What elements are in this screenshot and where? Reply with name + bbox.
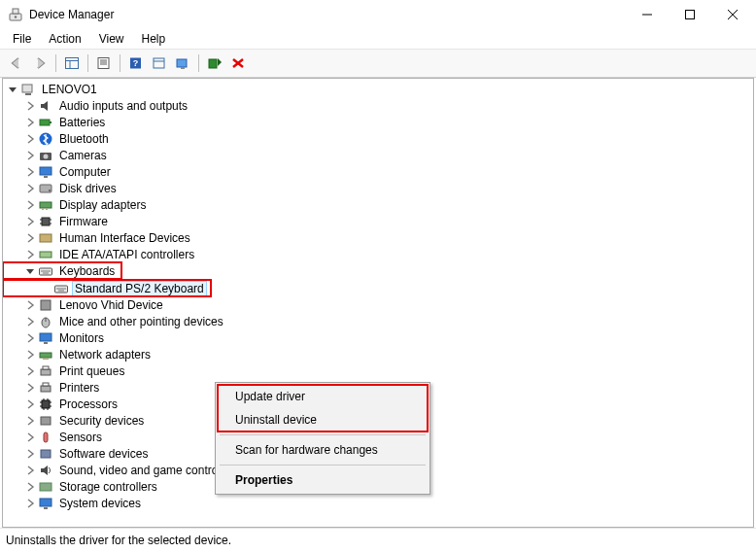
- uninstall-button-toolbar[interactable]: [227, 52, 249, 74]
- chevron-right-icon[interactable]: [24, 481, 36, 493]
- show-hide-tree-button[interactable]: [61, 52, 83, 74]
- chevron-right-icon[interactable]: [24, 249, 36, 260]
- menu-action[interactable]: Action: [42, 30, 87, 48]
- category-display[interactable]: Display adapters: [3, 196, 753, 213]
- close-button[interactable]: [711, 0, 754, 29]
- chevron-right-icon[interactable]: [24, 349, 36, 361]
- help-button[interactable]: ?: [125, 52, 147, 74]
- chevron-down-icon[interactable]: [7, 84, 18, 95]
- category-label: Print queues: [57, 364, 126, 378]
- chevron-right-icon[interactable]: [24, 415, 36, 427]
- system-icon: [38, 496, 53, 511]
- category-monitors[interactable]: Monitors: [3, 329, 753, 346]
- chevron-right-icon[interactable]: [24, 232, 36, 244]
- titlebar: Device Manager: [0, 0, 756, 29]
- svg-point-2: [15, 16, 17, 17]
- category-system[interactable]: System devices: [3, 495, 753, 511]
- ctx-properties[interactable]: Properties: [218, 468, 428, 492]
- category-ide[interactable]: IDE ATA/ATAPI controllers: [3, 246, 753, 262]
- svg-rect-19: [181, 67, 185, 69]
- category-bluetooth[interactable]: Bluetooth: [3, 130, 753, 147]
- tree-root[interactable]: LENOVO1: [3, 81, 753, 97]
- menu-file[interactable]: File: [6, 30, 38, 48]
- monitor-icon: [38, 330, 53, 346]
- scan-hardware-button[interactable]: [172, 52, 193, 74]
- chevron-right-icon[interactable]: [24, 382, 36, 394]
- chevron-right-icon[interactable]: [24, 166, 36, 178]
- chevron-right-icon[interactable]: [24, 150, 36, 161]
- category-label: Software devices: [57, 447, 150, 461]
- category-label: Cameras: [57, 149, 109, 162]
- chevron-right-icon[interactable]: [24, 316, 36, 328]
- category-printqueues[interactable]: Print queues: [3, 362, 753, 379]
- chevron-right-icon[interactable]: [24, 133, 36, 145]
- category-label: Monitors: [57, 331, 106, 345]
- chevron-right-icon[interactable]: [24, 299, 36, 311]
- svg-rect-23: [22, 85, 32, 92]
- chevron-right-icon[interactable]: [24, 183, 36, 194]
- ctx-update-driver[interactable]: Update driver: [218, 385, 428, 408]
- menu-view[interactable]: View: [92, 30, 131, 48]
- chevron-right-icon[interactable]: [24, 448, 36, 460]
- ide-icon: [38, 247, 53, 262]
- svg-rect-37: [42, 218, 50, 225]
- category-label: Disk drives: [57, 182, 119, 195]
- camera-icon: [38, 148, 53, 163]
- keyboard-icon: [38, 263, 53, 279]
- svg-rect-74: [40, 499, 52, 506]
- mouse-icon: [38, 314, 53, 329]
- svg-rect-54: [44, 342, 48, 344]
- category-keyboards[interactable]: Keyboards: [3, 262, 121, 279]
- chevron-down-icon[interactable]: [24, 265, 36, 277]
- chevron-right-icon[interactable]: [24, 117, 36, 128]
- action-toolbar-button-1[interactable]: [149, 52, 170, 74]
- svg-rect-72: [41, 450, 51, 458]
- svg-rect-4: [686, 11, 695, 19]
- minimize-button[interactable]: [626, 0, 669, 29]
- add-legacy-button[interactable]: [204, 52, 225, 74]
- ctx-uninstall-device[interactable]: Uninstall device: [218, 408, 428, 431]
- properties-button[interactable]: [93, 52, 115, 74]
- svg-rect-10: [98, 58, 109, 69]
- printer-icon: [38, 363, 53, 379]
- category-label: Network adapters: [57, 348, 153, 362]
- svg-rect-16: [154, 58, 164, 68]
- category-batteries[interactable]: Batteries: [3, 114, 753, 130]
- chevron-right-icon[interactable]: [24, 431, 36, 443]
- category-label: Audio inputs and outputs: [57, 99, 189, 113]
- category-label: Computer: [57, 165, 113, 179]
- device-standard-ps2-keyboard[interactable]: Standard PS/2 Keyboard: [3, 280, 211, 296]
- menu-help[interactable]: Help: [135, 30, 173, 48]
- maximize-button[interactable]: [669, 0, 711, 29]
- chevron-right-icon[interactable]: [24, 100, 36, 112]
- chevron-right-icon[interactable]: [24, 365, 36, 377]
- svg-rect-60: [43, 383, 49, 386]
- category-lenovo-vhid[interactable]: Lenovo Vhid Device: [3, 296, 753, 313]
- category-label: Storage controllers: [57, 480, 159, 494]
- chevron-right-icon[interactable]: [24, 498, 36, 509]
- chevron-right-icon[interactable]: [24, 199, 36, 211]
- chevron-right-icon[interactable]: [24, 216, 36, 227]
- category-firmware[interactable]: Firmware: [3, 213, 753, 229]
- chevron-right-icon[interactable]: [24, 332, 36, 344]
- category-mice[interactable]: Mice and other pointing devices: [3, 313, 753, 329]
- category-hid[interactable]: Human Interface Devices: [3, 229, 753, 246]
- category-computer[interactable]: Computer: [3, 163, 753, 180]
- svg-rect-24: [25, 93, 31, 95]
- svg-rect-30: [40, 167, 52, 175]
- svg-rect-43: [40, 252, 52, 258]
- category-label: System devices: [57, 497, 143, 510]
- keyboard-icon: [53, 281, 69, 296]
- category-cameras[interactable]: Cameras: [3, 147, 753, 163]
- category-audio[interactable]: Audio inputs and outputs: [3, 97, 753, 114]
- category-disk[interactable]: Disk drives: [3, 180, 753, 196]
- forward-button[interactable]: [29, 52, 51, 74]
- chevron-right-icon[interactable]: [24, 398, 36, 410]
- category-network[interactable]: Network adapters: [3, 346, 753, 362]
- speaker-icon: [38, 98, 53, 114]
- chevron-right-icon[interactable]: [24, 465, 36, 476]
- ctx-scan-hardware[interactable]: Scan for hardware changes: [218, 438, 428, 462]
- window-title: Device Manager: [29, 8, 626, 21]
- svg-rect-35: [42, 208, 44, 210]
- back-button[interactable]: [6, 52, 27, 74]
